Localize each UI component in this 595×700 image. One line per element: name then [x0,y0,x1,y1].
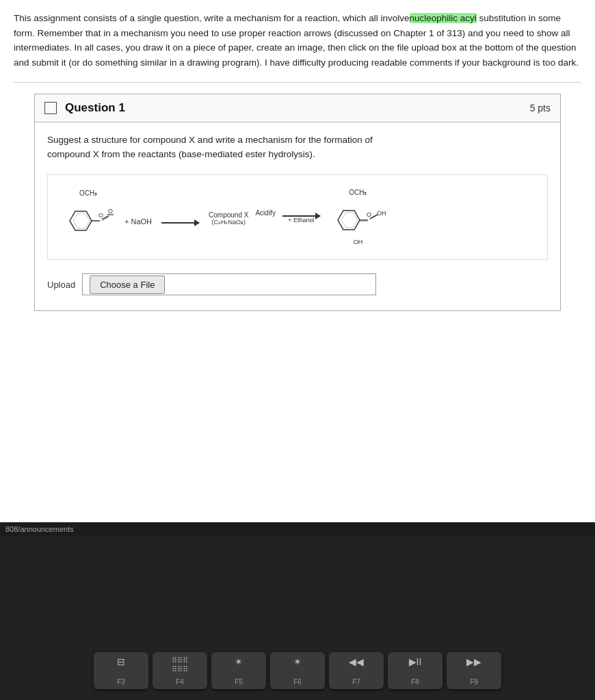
svg-text:O: O [367,211,371,218]
upload-row: Upload Choose a File [47,273,548,295]
section-divider [14,82,581,83]
svg-marker-9 [341,213,358,228]
arrow-2-line [282,215,320,217]
ethanol-label: + Ethanol [288,217,314,225]
key-f6-icon: ✶ [293,656,302,667]
key-f9[interactable]: ▶▶ F9 [447,652,501,689]
upload-area[interactable]: Choose a File [82,273,376,295]
product-structure: OCH₃ O [326,189,391,245]
question-header: Question 1 5 pts [35,94,560,122]
reaction-diagram: OCH₃ O [47,174,548,260]
key-f4-label: F4 [176,678,184,686]
key-f8[interactable]: ▶II F8 [388,652,442,689]
page-area: This assignment consists of a single que… [0,0,595,522]
reactant-svg: O O [57,197,119,245]
reaction-container: OCH₃ O [55,183,393,251]
key-f6[interactable]: ✶ F6 [270,652,325,689]
upload-label: Upload [47,280,75,290]
key-f7-label: F7 [352,678,360,686]
key-f7-icon: ◀◀ [349,656,364,667]
key-f3-icon: ⊟ [117,656,125,667]
acidify-label: Acidify [255,209,275,217]
question-checkbox[interactable] [44,102,57,114]
intro-paragraph: This assignment consists of a single que… [14,11,581,70]
naoh-label: + NaOH [124,217,152,226]
compound-x-label: Compound X [209,211,248,219]
acidify-label-area: Acidify [255,209,275,217]
svg-text:O: O [108,208,113,215]
bottom-bar-text: 808/announcements [5,525,74,533]
key-f8-label: F8 [411,678,419,686]
key-f4[interactable]: ⠿⠿⠿⠿⠿⠿ F4 [153,652,207,689]
key-f3-label: F3 [117,678,125,686]
arrow-1 [161,218,199,224]
screen-content: This assignment consists of a single que… [0,0,595,536]
key-f7[interactable]: ◀◀ F7 [329,652,384,689]
key-f8-icon: ▶II [409,656,422,667]
key-f9-icon: ▶▶ [466,656,481,667]
key-f5-icon: ✶ [235,656,243,667]
svg-text:O: O [98,212,103,219]
question-title: Question 1 [65,101,530,115]
svg-marker-1 [73,213,90,228]
product-svg: O OH [326,196,391,244]
arrow-2: + Ethanol [282,211,320,225]
highlight-text: nucleophilic acyl [410,13,477,23]
key-f3[interactable]: ⊟ F3 [94,652,148,689]
keyboard-row: ⊟ F3 ⠿⠿⠿⠿⠿⠿ F4 ✶ F5 ✶ F6 ◀◀ F7 ▶II F8 ▶▶… [94,652,501,689]
question-prompt: Suggest a structure for compound X and w… [47,133,548,162]
compound-x-formula: (C₉H₉NaO₃) [211,219,246,226]
prompt-line-2: compound X from the reactants (base-medi… [47,149,315,159]
key-f4-icon: ⠿⠿⠿⠿⠿⠿ [172,656,188,674]
question-box: Question 1 5 pts Suggest a structure for… [34,94,561,311]
intro-text-before: This assignment consists of a single que… [14,13,410,23]
compound-x: Compound X (C₉H₉NaO₃) [209,208,248,226]
question-body: Suggest a structure for compound X and w… [35,122,560,310]
product-oh-label: OH [354,239,363,245]
key-f5[interactable]: ✶ F5 [211,652,266,689]
key-f6-label: F6 [293,678,302,686]
reactant-structure: OCH₃ O [57,189,119,245]
naoh-reagent: + NaOH [124,217,152,226]
keyboard-area: ⊟ F3 ⠿⠿⠿⠿⠿⠿ F4 ✶ F5 ✶ F6 ◀◀ F7 ▶II F8 ▶▶… [0,536,595,700]
prompt-line-1: Suggest a structure for compound X and w… [47,135,373,145]
reactant-label: OCH₃ [79,189,97,197]
question-points: 5 pts [530,103,551,113]
key-f5-label: F5 [235,678,243,686]
product-label: OCH₃ [349,189,367,196]
svg-text:OH: OH [377,210,386,217]
bottom-bar: 808/announcements [0,522,595,536]
arrow-1-line [161,222,199,224]
key-f9-label: F9 [470,678,478,686]
choose-file-button[interactable]: Choose a File [90,275,165,294]
